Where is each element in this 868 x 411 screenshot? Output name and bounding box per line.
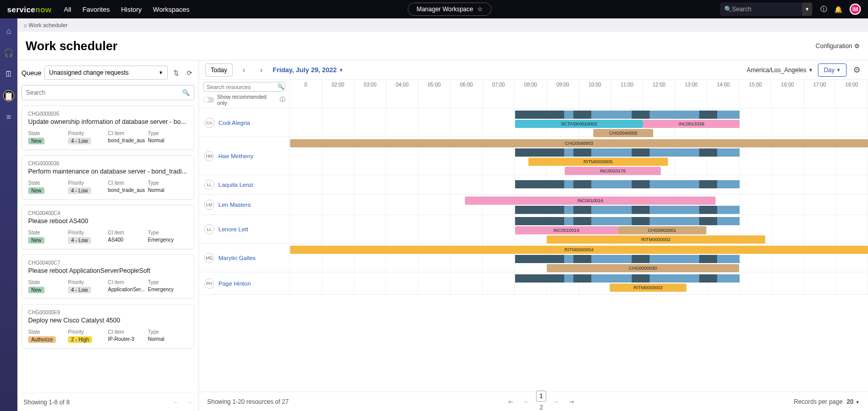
task-bar[interactable]: INC0010016	[465, 197, 715, 205]
resource-name[interactable]: LMLen Masters	[199, 194, 290, 214]
workspace-pill[interactable]: Manager Workspace ☆	[408, 3, 492, 16]
task-bar[interactable]: SCTASK0010002	[515, 120, 643, 128]
help-icon[interactable]: ⓘ	[820, 5, 827, 14]
timeline-row: HMHae Metheny CHG0040003RITM0000805INC00…	[199, 137, 868, 175]
task-bar[interactable]: INC0013339	[643, 120, 740, 128]
timeline-row: LLLenore Lett INC0010019CHG0002001RITM00…	[199, 215, 868, 244]
timezone-select[interactable]: America/Los_Angeles ▼	[747, 67, 813, 74]
availability-bar	[515, 148, 740, 157]
resource-name[interactable]: HMHae Metheny	[199, 137, 290, 175]
queue-footer: Showing 1-8 of 8 ← →	[21, 393, 194, 411]
info-icon[interactable]: ⓘ	[280, 96, 285, 103]
configuration-link[interactable]: Configuration ⚙	[816, 42, 860, 50]
star-icon[interactable]: ☆	[477, 6, 483, 13]
nav-all[interactable]: All	[64, 6, 71, 13]
page-number[interactable]: 2	[536, 402, 546, 412]
next-icon[interactable]: →	[186, 399, 192, 406]
availability-bar	[515, 111, 740, 119]
resource-name[interactable]: LLLenore Lett	[199, 215, 290, 243]
last-page-icon[interactable]: ⇥	[566, 396, 577, 407]
avatar[interactable]: IM	[850, 4, 861, 15]
bell-icon[interactable]: 🔔	[834, 6, 842, 13]
resource-name[interactable]: PHPage Hinton	[199, 272, 290, 294]
task-bar[interactable]: RITM0000004	[290, 246, 868, 254]
sort-icon[interactable]: ⇅	[171, 68, 181, 78]
pager: ⇤ ← 12 → ⇥	[505, 391, 577, 412]
calendar-icon[interactable]: 🗓	[3, 69, 14, 80]
timeline-row: LLLaquita Lenzi	[199, 175, 868, 194]
initials-badge: MG	[204, 253, 214, 263]
queue-select[interactable]: Unassigned change requests ▼	[44, 66, 168, 80]
queue-panel: Queue Unassigned change requests ▼ ⇅ ⟳ 🔍…	[17, 60, 199, 411]
headset-icon[interactable]: 🎧	[3, 47, 14, 58]
task-bar[interactable]: CHG0040002	[593, 129, 653, 137]
queue-search-input[interactable]	[26, 89, 182, 96]
recommended-toggle[interactable]	[203, 97, 214, 103]
initials-badge: HM	[204, 151, 214, 161]
task-bar[interactable]: RITM0000002	[547, 235, 765, 244]
search-dropdown[interactable]: ▼	[802, 3, 812, 16]
next-day-icon[interactable]: ›	[255, 63, 268, 77]
hour-column: 16:00	[772, 80, 804, 108]
queue-label: Queue	[21, 69, 41, 77]
list-icon[interactable]: ≡	[3, 112, 14, 123]
queue-card[interactable]: CHG00400C7 Please reboot ApplicationServ…	[21, 254, 194, 299]
resource-name[interactable]: MGMarylin Galles	[199, 244, 290, 272]
initials-badge: PH	[204, 278, 214, 289]
prev-icon[interactable]: ←	[173, 399, 179, 406]
gear-icon[interactable]: ⚙	[852, 65, 862, 75]
initials-badge: CA	[204, 118, 214, 128]
view-select[interactable]: Day ▼	[818, 63, 847, 77]
task-bar[interactable]: INC0010019	[515, 226, 618, 234]
resource-search[interactable]: 🔍	[203, 82, 285, 92]
queue-card[interactable]: CHG0000036 Perform maintenance on databa…	[21, 155, 194, 200]
hour-column: 17:00	[804, 80, 836, 108]
hour-column: 02:00	[322, 80, 354, 108]
search-icon: 🔍	[182, 89, 190, 96]
resource-name[interactable]: LLLaquita Lenzi	[199, 175, 290, 194]
home-icon[interactable]: ⌂	[3, 26, 14, 37]
prev-day-icon[interactable]: ‹	[238, 63, 250, 77]
card-number: CHG0000035	[28, 111, 188, 117]
prev-page-icon[interactable]: ←	[521, 396, 532, 407]
left-rail: ⌂ 🎧 🗓 📋 ≡	[0, 18, 17, 411]
next-page-icon[interactable]: →	[550, 396, 562, 407]
chevron-down-icon: ▼	[805, 7, 810, 12]
first-page-icon[interactable]: ⇤	[505, 396, 517, 407]
page-number[interactable]: 1	[536, 391, 546, 402]
nav-history[interactable]: History	[121, 6, 142, 13]
clipboard-icon[interactable]: 📋	[3, 90, 14, 101]
nav-favorites[interactable]: Favorites	[82, 6, 109, 13]
global-search[interactable]: 🔍 Search	[720, 3, 802, 16]
resource-name[interactable]: CACodi Alegria	[199, 109, 290, 137]
chevron-down-icon: ▼	[808, 68, 813, 73]
rpp-select[interactable]: 20 ▼	[847, 398, 860, 405]
hour-column: 08:00	[515, 80, 547, 108]
queue-card[interactable]: CHG00400C4 Please reboot AS400 StateNew …	[21, 205, 194, 249]
hour-column: 18:00	[836, 80, 868, 108]
hour-column: 11:00	[611, 80, 643, 108]
home-crumb[interactable]: ⌂	[24, 22, 27, 28]
task-bar[interactable]: RITM0000003	[610, 284, 686, 292]
resource-search-input[interactable]	[207, 84, 277, 90]
task-bar[interactable]: INC0010176	[565, 167, 661, 175]
availability-bar	[515, 255, 740, 263]
refresh-icon[interactable]: ⟳	[184, 68, 194, 78]
top-nav: AllFavoritesHistoryWorkspaces	[64, 6, 190, 13]
task-bar[interactable]: CHG0040003	[290, 139, 868, 147]
timeline-row: CACodi Alegria SCTASK0010002INC0013339CH…	[199, 109, 868, 137]
date-picker[interactable]: Friday, July 29, 2022 ▼	[273, 66, 343, 74]
nav-workspaces[interactable]: Workspaces	[153, 6, 189, 13]
timeline-panel: Today ‹ › Friday, July 29, 2022 ▼ Americ…	[199, 60, 868, 411]
task-bar[interactable]: CHG0002001	[618, 226, 706, 234]
queue-search[interactable]: 🔍	[21, 85, 194, 100]
crumb-label[interactable]: Work scheduler	[29, 22, 68, 28]
chevron-down-icon: ▼	[339, 68, 344, 73]
today-button[interactable]: Today	[205, 63, 233, 77]
queue-card[interactable]: CHG0000035 Update ownership information …	[21, 105, 194, 150]
task-bar[interactable]: CHG0000030	[547, 264, 739, 272]
hour-column: 15:00	[740, 80, 772, 108]
hour-column: 10:00	[579, 80, 611, 108]
queue-card[interactable]: CHG00000E9 Deploy new Cisco Catalyst 450…	[21, 304, 194, 349]
task-bar[interactable]: RITM0000805	[528, 158, 668, 166]
